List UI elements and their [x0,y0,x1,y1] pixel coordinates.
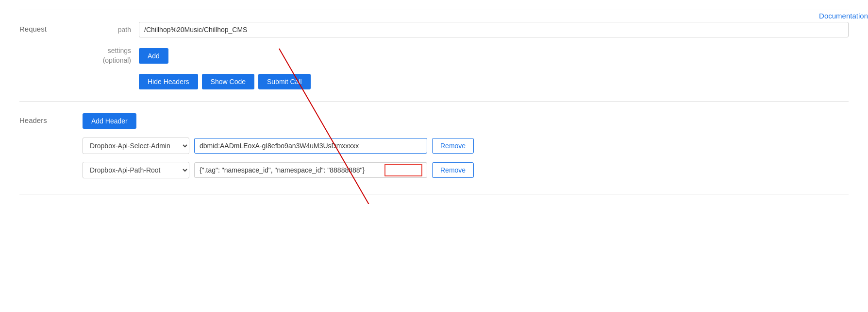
hide-headers-button[interactable]: Hide Headers [139,74,198,89]
namespace-wrapper [194,162,427,178]
show-code-button[interactable]: Show Code [202,74,254,89]
headers-content: Add Header Dropbox-Api-Select-Admin Remo… [83,113,849,178]
add-header-button[interactable]: Add Header [83,113,136,129]
settings-row: settings (optional) Add [83,46,849,65]
header-select-2[interactable]: Dropbox-Api-Path-Root [83,162,189,178]
request-content: path settings (optional) Add Hide Header… [83,22,849,89]
request-section: Request path settings (optional) Add Hid… [19,10,849,101]
header-select-1[interactable]: Dropbox-Api-Select-Admin [83,138,189,154]
request-label: Request [19,22,63,33]
bottom-divider [19,194,849,194]
headers-label: Headers [19,113,63,124]
header-value-input-2[interactable] [194,162,427,178]
add-button[interactable]: Add [139,48,168,64]
header-row-1: Dropbox-Api-Select-Admin Remove [83,138,849,154]
settings-label: settings (optional) [83,46,131,65]
path-label: path [83,26,131,34]
headers-section: Headers Add Header Dropbox-Api-Select-Ad… [19,101,849,190]
header-value-input-1[interactable] [194,138,427,154]
submit-call-button[interactable]: Submit Call [258,74,311,89]
header-rows: Dropbox-Api-Select-Admin Remove Dropbox-… [83,138,849,178]
header-row-2: Dropbox-Api-Path-Root Remove [83,162,849,178]
action-buttons: Hide Headers Show Code Submit Call [139,74,849,89]
remove-button-2[interactable]: Remove [432,162,474,178]
path-input[interactable] [139,22,849,37]
path-row: path [83,22,849,37]
remove-button-1[interactable]: Remove [432,138,474,154]
